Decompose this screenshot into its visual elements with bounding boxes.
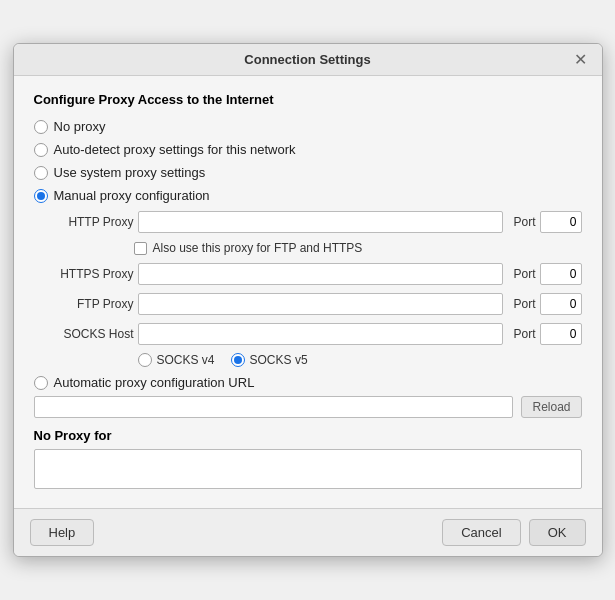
https-proxy-label: HTTPS Proxy [54, 267, 134, 281]
socks-v5-radio[interactable] [231, 353, 245, 367]
ftp-proxy-label: FTP Proxy [54, 297, 134, 311]
close-button[interactable]: ✕ [569, 50, 592, 70]
socks-v5-label[interactable]: SOCKS v5 [250, 353, 308, 367]
socks-v4-option: SOCKS v4 [138, 353, 215, 367]
system-proxy-radio[interactable] [34, 166, 48, 180]
footer-right-buttons: Cancel OK [442, 519, 585, 546]
radio-row-auto-detect: Auto-detect proxy settings for this netw… [34, 142, 582, 157]
http-proxy-row: HTTP Proxy Port [54, 211, 582, 233]
ftp-port-input[interactable] [540, 293, 582, 315]
manual-proxy-label[interactable]: Manual proxy configuration [54, 188, 210, 203]
https-port-input[interactable] [540, 263, 582, 285]
socks-host-input[interactable] [138, 323, 504, 345]
auto-url-input[interactable] [34, 396, 514, 418]
http-proxy-label: HTTP Proxy [54, 215, 134, 229]
connection-settings-dialog: Connection Settings ✕ Configure Proxy Ac… [13, 43, 603, 557]
auto-url-radio-label[interactable]: Automatic proxy configuration URL [54, 375, 255, 390]
https-proxy-input[interactable] [138, 263, 504, 285]
reload-button[interactable]: Reload [521, 396, 581, 418]
help-button[interactable]: Help [30, 519, 95, 546]
socks-v5-option: SOCKS v5 [231, 353, 308, 367]
radio-row-system-proxy: Use system proxy settings [34, 165, 582, 180]
socks-port-label: Port [513, 327, 535, 341]
http-proxy-input[interactable] [138, 211, 504, 233]
no-proxy-label[interactable]: No proxy [54, 119, 106, 134]
auto-detect-radio[interactable] [34, 143, 48, 157]
socks-port-input[interactable] [540, 323, 582, 345]
no-proxy-for-label: No Proxy for [34, 428, 582, 443]
radio-row-auto-url: Automatic proxy configuration URL [34, 375, 582, 390]
title-bar: Connection Settings ✕ [14, 44, 602, 76]
http-port-label: Port [513, 215, 535, 229]
system-proxy-label[interactable]: Use system proxy settings [54, 165, 206, 180]
manual-proxy-radio[interactable] [34, 189, 48, 203]
socks-host-row: SOCKS Host Port [54, 323, 582, 345]
ftp-https-checkbox[interactable] [134, 242, 147, 255]
auto-url-radio[interactable] [34, 376, 48, 390]
socks-v4-label[interactable]: SOCKS v4 [157, 353, 215, 367]
radio-row-no-proxy: No proxy [34, 119, 582, 134]
auto-url-input-row: Reload [34, 396, 582, 418]
dialog-title: Connection Settings [244, 52, 370, 67]
no-proxy-input[interactable] [34, 449, 582, 489]
radio-row-manual-proxy: Manual proxy configuration [34, 188, 582, 203]
dialog-content: Configure Proxy Access to the Internet N… [14, 76, 602, 508]
section-title: Configure Proxy Access to the Internet [34, 92, 582, 107]
ok-button[interactable]: OK [529, 519, 586, 546]
cancel-button[interactable]: Cancel [442, 519, 520, 546]
ftp-port-label: Port [513, 297, 535, 311]
manual-proxy-fields: HTTP Proxy Port Also use this proxy for … [54, 211, 582, 367]
socks-host-label: SOCKS Host [54, 327, 134, 341]
dialog-footer: Help Cancel OK [14, 508, 602, 556]
https-port-label: Port [513, 267, 535, 281]
ftp-proxy-input[interactable] [138, 293, 504, 315]
https-proxy-row: HTTPS Proxy Port [54, 263, 582, 285]
socks-v4-radio[interactable] [138, 353, 152, 367]
http-port-input[interactable] [540, 211, 582, 233]
auto-detect-label[interactable]: Auto-detect proxy settings for this netw… [54, 142, 296, 157]
ftp-proxy-row: FTP Proxy Port [54, 293, 582, 315]
no-proxy-radio[interactable] [34, 120, 48, 134]
ftp-checkbox-row: Also use this proxy for FTP and HTTPS [134, 241, 582, 255]
ftp-https-label[interactable]: Also use this proxy for FTP and HTTPS [153, 241, 363, 255]
socks-version-row: SOCKS v4 SOCKS v5 [138, 353, 582, 367]
no-proxy-section: No Proxy for [34, 428, 582, 492]
